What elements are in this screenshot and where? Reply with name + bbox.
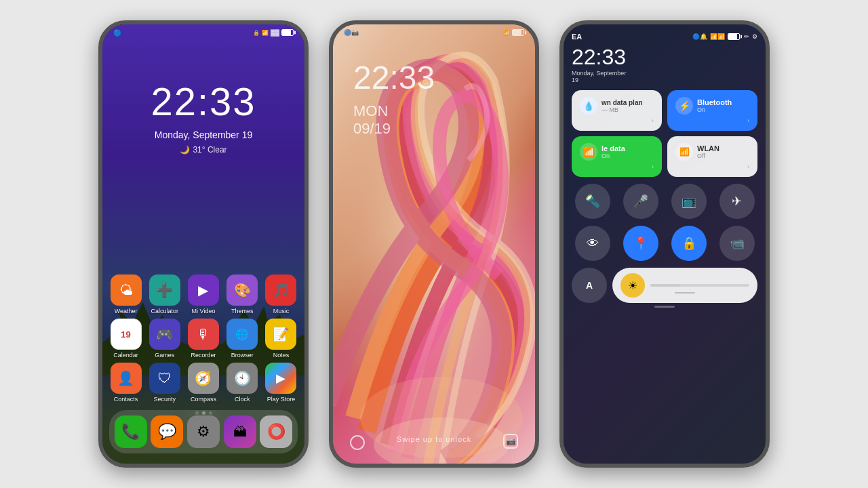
app-grid-row1: 🌤 Weather ➕ Calculator ▶ Mi Video 🎨 Them… xyxy=(109,274,298,314)
moon-icon: 🌙 xyxy=(180,145,190,155)
notes-icon-bg: 📝 xyxy=(265,319,296,350)
app-playstore[interactable]: ▶ Play Store xyxy=(264,363,298,403)
phone1-status-icons: 🔒 📶 ▓▓ xyxy=(253,29,294,36)
mivideo-label: Mi Video xyxy=(192,308,216,314)
clock-label: Clock xyxy=(235,396,250,403)
app-contacts[interactable]: 👤 Contacts xyxy=(109,363,142,403)
app-compass[interactable]: 🧭 Compass xyxy=(186,363,220,403)
camera-shortcut[interactable]: 📷 xyxy=(503,434,518,449)
ctrl-eyeprotect[interactable]: 👁 xyxy=(575,226,610,261)
phone2-screen: 🔵📷 📶 22:33 MON 09/19 Swipe up to unlock … xyxy=(333,24,535,464)
app-themes[interactable]: 🎨 Themes xyxy=(226,274,259,314)
cc-settings-icon[interactable]: ⚙ xyxy=(752,33,757,40)
phone2-time: 22:33 xyxy=(353,62,435,94)
ctrl-cast[interactable]: 📺 xyxy=(671,184,707,219)
control-panel: EA 🔵🔔 📶📶 ✏ ⚙ 22:33 Monday, September xyxy=(564,24,766,464)
phone1-status-bar: 🔵 🔒 📶 ▓▓ xyxy=(102,24,304,41)
phone2-date-line1: MON xyxy=(353,102,391,120)
weather-label: Weather xyxy=(115,308,138,314)
p2-status-right: 📶 xyxy=(503,29,524,36)
data-text: wn data plan — MB xyxy=(601,99,643,113)
phone-2: 🔵📷 📶 22:33 MON 09/19 Swipe up to unlock … xyxy=(329,20,539,468)
app-calendar[interactable]: 19 Calendar xyxy=(109,319,142,359)
phone2-status-bar: 🔵📷 📶 xyxy=(333,24,535,41)
data-tile-arrow: › xyxy=(580,117,654,124)
volume-indicator xyxy=(654,306,675,308)
ctrl-location[interactable]: 📍 xyxy=(623,226,658,261)
dock-gallery[interactable]: 🏔 xyxy=(224,415,256,448)
browser-label: Browser xyxy=(231,352,254,359)
mobile-data-status: On xyxy=(601,152,625,159)
quick-tiles: 💧 wn data plan — MB › ⚡ xyxy=(572,90,757,177)
wlan-tile[interactable]: 📶 WLAN Off › xyxy=(667,136,757,177)
data-plan-tile[interactable]: 💧 wn data plan — MB › xyxy=(572,90,662,131)
app-notes[interactable]: 📝 Notes xyxy=(264,319,298,359)
ctrl-lock-rotation[interactable]: 🔒 xyxy=(671,226,707,261)
wlan-tile-arrow: › xyxy=(675,163,749,170)
themes-icon-bg: 🎨 xyxy=(226,274,258,306)
mobile-text: le data On xyxy=(601,144,625,159)
app-recorder[interactable]: 🎙 Recorder xyxy=(186,319,220,359)
app-mivideo[interactable]: ▶ Mi Video xyxy=(186,274,220,314)
ctrl-mic[interactable]: 🎤 xyxy=(623,184,658,219)
calc-label: Calculator xyxy=(151,308,179,314)
dock-phone[interactable]: 📞 xyxy=(115,415,147,448)
games-label: Games xyxy=(155,352,174,359)
dock-settings[interactable]: ⚙ xyxy=(187,415,220,448)
brightness-slider[interactable]: ☀ xyxy=(612,268,757,303)
data-tile-icons: 💧 wn data plan — MB xyxy=(580,97,654,115)
wlan-tile-icons: 📶 WLAN Off xyxy=(675,143,749,161)
app-calculator[interactable]: ➕ Calculator xyxy=(148,274,181,314)
wlan-text: WLAN Off xyxy=(697,144,719,159)
app-music[interactable]: 🎵 Music xyxy=(264,274,298,314)
bluetooth-status: On xyxy=(697,106,732,113)
playstore-icon-bg: ▶ xyxy=(265,363,296,394)
cc-time: 22:33 xyxy=(572,45,626,70)
brightness-track xyxy=(650,284,749,287)
brightness-fill xyxy=(650,284,680,287)
phone3-screen: EA 🔵🔔 📶📶 ✏ ⚙ 22:33 Monday, September xyxy=(564,24,766,464)
wlan-label: WLAN xyxy=(697,144,719,152)
app-weather[interactable]: 🌤 Weather xyxy=(109,274,142,314)
phone1-battery-icon: 🔵 xyxy=(113,29,121,37)
ctrl-video[interactable]: 📹 xyxy=(719,226,755,261)
ctrl-airplane[interactable]: ✈ xyxy=(719,184,755,219)
games-icon-bg: 🎮 xyxy=(149,319,180,350)
weather-text: 31° Clear xyxy=(193,145,226,155)
mobile-tile-arrow: › xyxy=(580,163,654,170)
data-drop-icon: 💧 xyxy=(580,97,597,115)
lock-screen-time: 22:33 xyxy=(102,79,304,124)
cc-date: Monday, September 19 xyxy=(572,70,626,83)
app-clock[interactable]: 🕙 Clock xyxy=(226,363,259,403)
calendar-label: Calendar xyxy=(113,352,138,359)
contacts-icon-bg: 👤 xyxy=(111,363,142,394)
mobile-data-tile[interactable]: 📶 le data On › xyxy=(572,136,662,177)
bluetooth-tile[interactable]: ⚡ Bluetooth On › xyxy=(667,90,757,131)
phone-1: 🔵 🔒 📶 ▓▓ 22:33 Monday, September 19 🌙 31… xyxy=(98,20,309,468)
ctrl-row2: 👁 📍 🔒 📹 xyxy=(572,226,757,261)
app-security[interactable]: 🛡 Security xyxy=(148,363,181,403)
wlan-status: Off xyxy=(697,152,719,159)
lock-screen-date: Monday, September 19 xyxy=(102,129,304,140)
app-browser[interactable]: 🌐 Browser xyxy=(226,319,259,359)
contacts-label: Contacts xyxy=(114,396,138,403)
cc-time-row: 22:33 Monday, September 19 xyxy=(572,45,757,90)
app-games[interactable]: 🎮 Games xyxy=(148,319,181,359)
music-label: Music xyxy=(273,308,290,314)
cc-edit-icon[interactable]: ✏ xyxy=(744,33,749,40)
security-icon-bg: 🛡 xyxy=(149,363,180,394)
brightness-handle: ☀ xyxy=(620,273,645,298)
dock-messages[interactable]: 💬 xyxy=(151,415,183,448)
app-dock: 📞 💬 ⚙ 🏔 ⭕ xyxy=(109,410,298,453)
data-plan-label: wn data plan xyxy=(601,99,643,106)
cc-status-icons: 🔵🔔 📶📶 ✏ ⚙ xyxy=(692,33,757,40)
ctrl-flashlight[interactable]: 🔦 xyxy=(575,184,610,219)
recorder-icon-bg: 🎙 xyxy=(188,319,219,350)
dock-launcher[interactable]: ⭕ xyxy=(260,415,292,448)
phone2-date-line2: 09/19 xyxy=(353,120,391,138)
phone-3: EA 🔵🔔 📶📶 ✏ ⚙ 22:33 Monday, September xyxy=(559,20,770,468)
battery-icon xyxy=(281,29,294,36)
bt-text: Bluetooth On xyxy=(697,98,732,113)
phone1-screen: 🔵 🔒 📶 ▓▓ 22:33 Monday, September 19 🌙 31… xyxy=(102,24,304,464)
font-size-button[interactable]: A xyxy=(572,268,607,303)
